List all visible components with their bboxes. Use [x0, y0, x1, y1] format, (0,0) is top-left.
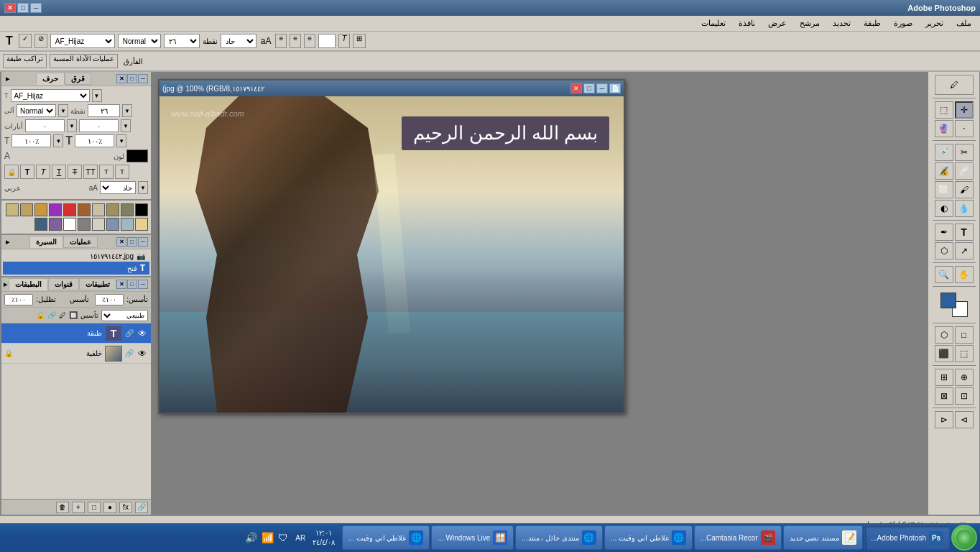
text-color-swatch[interactable] — [318, 34, 336, 48]
add-mask-btn[interactable]: ● — [103, 502, 116, 513]
arabic-text-overlay[interactable]: بسم الله الرحمن الرحيم — [402, 116, 609, 150]
tray-security[interactable]: 🛡 — [278, 532, 288, 543]
tool-crop[interactable]: ✂ — [955, 144, 974, 161]
taskbar-btn-notepad[interactable]: 📝 مستند نصي جديد — [783, 525, 864, 550]
font-bar-btn2[interactable]: تراكب طبقة — [3, 54, 47, 68]
horiz-scale-arrow2[interactable]: ▼ — [116, 134, 126, 147]
swatch-darkpurple[interactable] — [49, 218, 62, 231]
tool-last2[interactable]: ⊲ — [935, 411, 953, 428]
swatch-darkblue[interactable] — [34, 218, 47, 231]
history-panel-close[interactable]: ✕ — [116, 237, 126, 247]
swatch-brown[interactable] — [78, 203, 91, 216]
menu-item-window[interactable]: نافذة — [733, 17, 761, 29]
layer-link-0[interactable]: 🔗 — [125, 329, 134, 337]
swatch-black[interactable] — [135, 203, 148, 216]
tab-layers[interactable]: البطبقات — [9, 278, 48, 290]
lock-icon1[interactable]: 🔲 — [69, 311, 78, 319]
font-arrow-down[interactable]: ▼ — [92, 89, 102, 102]
tool-extra2[interactable]: ⊞ — [935, 369, 953, 386]
taskbar-btn-ie3[interactable]: 🌐 غلاطي اني وقيت ... — [342, 525, 430, 550]
layers-panel-max[interactable]: □ — [127, 280, 137, 289]
tool-eyedrop[interactable]: 💉 — [935, 144, 953, 161]
layer-item-1[interactable]: 👁 🔗 خلفية 🔒 — [1, 344, 151, 364]
tool-heal[interactable]: 🩹 — [955, 162, 974, 180]
opacity-input[interactable] — [4, 294, 33, 305]
swatch-darkgray[interactable] — [121, 203, 134, 216]
swatch-wheat[interactable] — [6, 203, 19, 216]
tab-paths[interactable]: تطبيقات — [79, 278, 116, 290]
font-size-select[interactable]: ٢٦ — [164, 34, 200, 48]
menu-item-help[interactable]: تعليمات — [695, 17, 731, 29]
tool-extra4[interactable]: ⊠ — [935, 387, 953, 405]
taskbar-btn-wlive[interactable]: 🪟 Windows Live ... — [431, 525, 514, 550]
tool-brush[interactable]: 🖌 — [955, 181, 974, 198]
layers-panel-min[interactable]: ─ — [138, 280, 148, 289]
new-group-btn[interactable]: □ — [88, 502, 101, 513]
vert-scale-arrow[interactable]: ▼ — [121, 119, 131, 132]
commit-btn[interactable]: ✓ — [19, 34, 32, 48]
char-panel-min[interactable]: ─ — [138, 74, 148, 83]
menu-item-filter[interactable]: مرشح — [794, 17, 826, 29]
align-right-btn[interactable]: ≡ — [304, 34, 315, 48]
tool-screen-mode[interactable]: ⬚ — [955, 345, 974, 362]
align-center-btn[interactable]: ≡ — [290, 34, 301, 48]
link-layers-btn[interactable]: 🔗 — [135, 502, 148, 513]
tab-channels[interactable]: قنوات — [48, 278, 79, 290]
tool-shape2[interactable]: ⬡ — [935, 242, 953, 259]
tool-extra3[interactable]: ⊡ — [955, 387, 974, 405]
doc-max-btn[interactable]: □ — [583, 83, 595, 93]
menu-item-edit[interactable]: تحرير — [920, 17, 949, 29]
tool-magic[interactable]: 🔮 — [935, 120, 953, 137]
align-left-btn[interactable]: ≡ — [275, 34, 287, 48]
tool-move[interactable]: ✛ — [955, 101, 974, 119]
italic-btn[interactable]: T — [36, 165, 50, 179]
doc-close-btn[interactable]: ✕ — [570, 83, 582, 93]
swatch-lightgold[interactable] — [135, 218, 148, 231]
tool-dodge[interactable]: ◐ — [935, 200, 953, 217]
swatch-red[interactable] — [63, 203, 76, 216]
menu-item-file[interactable]: ملف — [951, 17, 977, 29]
tool-marquee[interactable]: ⬝ — [955, 120, 974, 137]
lock-icon4[interactable]: 🔒 — [36, 311, 45, 319]
font-style-select2[interactable]: Normal — [17, 104, 56, 117]
swatch-lightgray[interactable] — [92, 218, 105, 231]
vert-scale-arrow2[interactable]: ▼ — [53, 134, 63, 147]
lock-btn[interactable]: 🔒 — [4, 165, 19, 179]
add-style-btn[interactable]: fx — [119, 502, 132, 513]
tool-text[interactable]: T — [955, 224, 974, 241]
tab-history[interactable]: السيرة — [29, 236, 63, 248]
layer-eye-0[interactable]: 👁 — [137, 328, 148, 339]
cancel-btn[interactable]: ⊘ — [34, 34, 47, 48]
lock-icon2[interactable]: 🖊 — [59, 311, 66, 319]
swatch-beige[interactable] — [92, 203, 105, 216]
layers-expand[interactable]: ▸ — [2, 280, 9, 288]
tool-shape[interactable]: ↗ — [955, 242, 974, 259]
tool-pen[interactable]: ✒ — [935, 224, 953, 241]
horiz-scale-input[interactable] — [75, 134, 114, 147]
swatch-purple[interactable] — [49, 203, 62, 216]
tool-zoom[interactable]: 🔍 — [935, 266, 953, 283]
tool-last1[interactable]: ⊳ — [955, 411, 974, 428]
close-button[interactable]: ✕ — [4, 3, 16, 13]
taskbar-btn-ie1[interactable]: 🌐 غلاطي اني وقيت ... — [604, 525, 693, 550]
char-panel-expand[interactable]: ▸ — [4, 75, 11, 83]
delete-layer-btn[interactable]: 🗑 — [56, 502, 69, 513]
warp-text-btn[interactable]: T — [338, 34, 350, 48]
doc-min-btn[interactable]: ─ — [596, 83, 608, 93]
history-expand[interactable]: ▸ — [4, 238, 11, 246]
history-panel-min[interactable]: ─ — [138, 237, 148, 247]
vert-scale-input[interactable] — [11, 134, 51, 147]
tab-paragraph[interactable]: قرق — [65, 73, 91, 85]
aa-select2[interactable]: حاد — [100, 181, 136, 194]
menu-item-image[interactable]: صورة — [888, 17, 918, 29]
char-panel-btn[interactable]: ⊞ — [353, 34, 366, 48]
strikethrough-btn[interactable]: T — [68, 165, 82, 179]
fill-input[interactable] — [95, 294, 124, 305]
tool-extra1[interactable]: ⊕ — [955, 369, 974, 386]
taskbar-btn-camtasia[interactable]: 🎬 Camtasia Recor... — [694, 525, 782, 550]
font-style-select[interactable]: Normal — [118, 34, 161, 48]
blend-mode-select[interactable]: طبيعي — [101, 310, 148, 321]
tray-speaker[interactable]: 🔊 — [245, 532, 257, 543]
char-panel-close[interactable]: ✕ — [116, 74, 126, 83]
tool-eraser[interactable]: ⬜ — [935, 181, 953, 198]
